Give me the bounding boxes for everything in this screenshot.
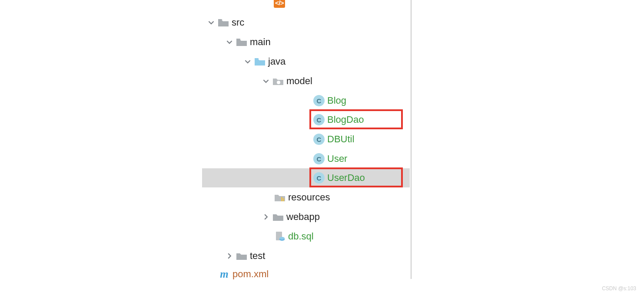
svg-point-6 [279,237,285,239]
tree-item-main[interactable]: main [226,33,271,52]
tree-item-src[interactable]: src [207,13,244,32]
tree-item-label: pom.xml [232,269,269,280]
tree-item-label: User [327,153,347,164]
source-folder-icon [254,57,266,66]
tree-item-resources[interactable]: resources [274,188,330,207]
tree-item-label: db.sql [288,231,314,242]
class-icon: C [313,153,325,164]
chevron-down-icon[interactable] [226,38,233,46]
tree-item-webapp[interactable]: webapp [262,207,320,226]
chevron-right-icon[interactable] [262,213,270,221]
class-icon: C [313,95,325,106]
svg-rect-2 [283,198,284,201]
tree-item-dbsql[interactable]: db.sql [274,227,314,246]
project-tree-panel: </> src main java model C Bl [202,0,412,279]
tree-item-test[interactable]: test [226,246,265,266]
watermark: CSDN @s:103 [602,285,636,292]
panel-divider [411,0,412,279]
tree-item-label: java [268,56,285,67]
svg-rect-1 [281,197,282,201]
tree-item-label: BlogDao [327,114,364,125]
chevron-right-icon[interactable] [226,252,233,260]
tree-item-label: Blog [327,95,346,106]
package-icon [272,76,284,86]
resources-folder-icon [274,193,285,202]
tree-item-label: resources [288,192,330,203]
class-icon: C [313,134,325,145]
tree-item-blogdao[interactable]: C BlogDao [313,110,364,129]
tree-item-truncated[interactable]: </> [274,0,288,8]
tree-item-label: DBUtil [327,134,354,145]
tree-item-label: model [286,75,312,87]
tree-item-label: test [250,250,265,262]
tree-item-pom[interactable]: m pom.xml [219,265,269,284]
tree-item-label: webapp [286,211,320,223]
folder-icon [236,251,247,261]
folder-icon [272,212,284,222]
tree-item-label: UserDao [327,172,365,184]
folder-icon [218,18,229,27]
tree-item-label: src [232,17,244,28]
tree-item-label: main [250,36,271,48]
xml-file-icon: </> [274,0,285,8]
folder-icon [236,37,247,47]
class-icon: C [313,114,325,125]
selection-highlight [202,168,410,187]
chevron-down-icon[interactable] [244,58,252,66]
tree-item-java[interactable]: java [244,52,285,71]
tree-item-user[interactable]: C User [313,149,347,168]
tree-item-blog[interactable]: C Blog [313,91,346,110]
tree-item-userdao[interactable]: C UserDao [313,168,365,187]
maven-icon: m [219,269,230,280]
chevron-down-icon[interactable] [207,19,215,26]
tree-item-dbutil[interactable]: C DBUtil [313,130,354,149]
svg-point-0 [277,81,280,84]
class-icon: C [313,172,325,184]
tree-item-model[interactable]: model [262,72,312,91]
chevron-down-icon[interactable] [262,77,270,85]
sql-file-icon [274,231,285,242]
